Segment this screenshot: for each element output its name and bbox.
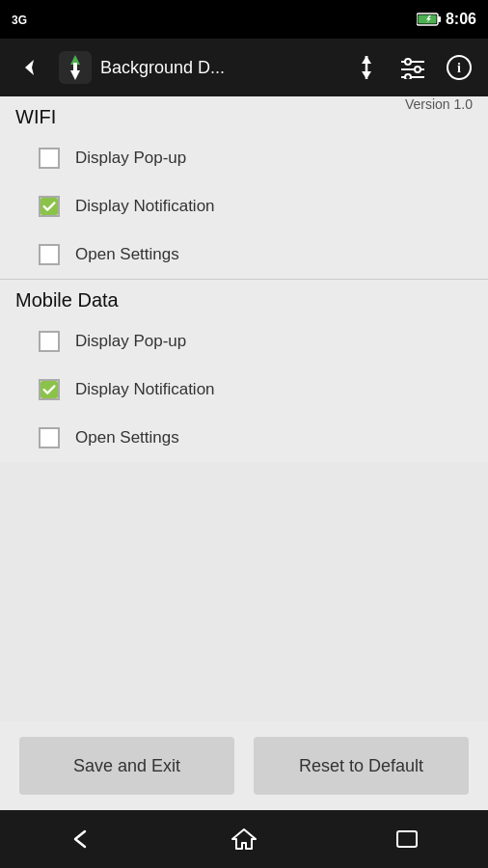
nav-recents-button[interactable] (378, 820, 436, 858)
svg-point-19 (405, 74, 411, 79)
app-icon (58, 50, 93, 85)
wifi-settings-checkbox[interactable] (39, 244, 60, 265)
svg-point-15 (405, 59, 411, 65)
wifi-notification-label: Display Notification (75, 197, 215, 216)
back-button[interactable] (8, 46, 50, 89)
status-icons: 8:06 (417, 11, 476, 28)
action-bar-actions: i (345, 46, 480, 89)
mobile-settings-label: Open Settings (75, 428, 179, 448)
mobile-popup-checkbox[interactable] (39, 331, 60, 352)
wifi-popup-label: Display Pop-up (75, 149, 186, 168)
mobile-settings-checkbox[interactable] (39, 427, 60, 448)
wifi-popup-item: Display Pop-up (0, 134, 488, 182)
save-and-exit-button[interactable]: Save and Exit (19, 737, 234, 795)
svg-rect-25 (397, 831, 417, 847)
mobile-notification-checkmark (41, 380, 58, 399)
svg-rect-1 (438, 16, 441, 22)
nav-home-button[interactable] (215, 820, 273, 858)
content-area: Version 1.0 WIFI Display Pop-up Display … (0, 96, 488, 462)
wifi-popup-checkbox[interactable] (39, 148, 60, 169)
mobile-notification-label: Display Notification (75, 380, 215, 399)
mobile-settings-item: Open Settings (0, 414, 488, 462)
svg-marker-13 (362, 56, 371, 64)
status-bar: 3G 8:06 (0, 0, 488, 39)
signal-indicator: 3G (12, 14, 27, 27)
reset-to-default-button[interactable]: Reset to Default (254, 737, 469, 795)
mobile-notification-item: Display Notification (0, 366, 488, 414)
mobile-data-section-header: Mobile Data (0, 280, 488, 317)
svg-point-17 (415, 67, 420, 72)
mobile-popup-label: Display Pop-up (75, 332, 186, 351)
wifi-notification-checkbox[interactable] (39, 196, 60, 217)
nav-back-button[interactable] (52, 820, 110, 858)
wifi-notification-checkmark (41, 197, 58, 216)
svg-rect-9 (73, 63, 77, 70)
svg-text:i: i (457, 61, 461, 75)
battery-icon (417, 13, 442, 26)
version-label: Version 1.0 (405, 96, 473, 112)
bottom-buttons-area: Save and Exit Reset to Default (0, 721, 488, 810)
wifi-settings-item: Open Settings (0, 231, 488, 279)
mobile-notification-checkbox[interactable] (39, 379, 60, 400)
filter-icon-button[interactable] (392, 46, 434, 89)
action-bar-title: Background D... (100, 58, 338, 78)
svg-marker-4 (25, 60, 34, 75)
nav-bar (0, 810, 488, 868)
info-icon-button[interactable]: i (438, 46, 480, 89)
svg-marker-24 (232, 829, 256, 849)
svg-marker-11 (362, 71, 371, 79)
status-time: 8:06 (446, 11, 476, 28)
action-bar: Background D... (0, 39, 488, 96)
transfer-icon-button[interactable] (345, 46, 388, 89)
wifi-settings-label: Open Settings (75, 245, 179, 264)
mobile-popup-item: Display Pop-up (0, 317, 488, 366)
wifi-notification-item: Display Notification (0, 182, 488, 231)
